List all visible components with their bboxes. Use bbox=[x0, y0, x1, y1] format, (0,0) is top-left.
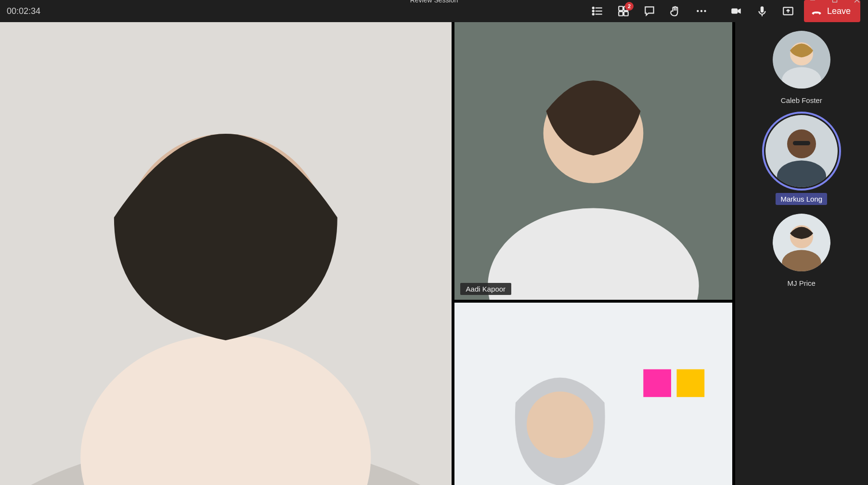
svg-rect-1 bbox=[833, 0, 837, 2]
participants-sidebar: Caleb Foster Markus Long MJ Price bbox=[735, 22, 868, 485]
chat-icon bbox=[643, 5, 656, 17]
svg-point-33 bbox=[527, 392, 593, 458]
participant-video-placeholder bbox=[0, 22, 452, 485]
sidebar-participant[interactable]: MJ Price bbox=[740, 214, 864, 289]
share-screen-button[interactable] bbox=[776, 0, 800, 22]
svg-rect-30 bbox=[676, 369, 704, 397]
share-icon bbox=[782, 5, 794, 17]
window-title: Review Session bbox=[410, 0, 458, 4]
raise-hand-button[interactable] bbox=[663, 0, 687, 22]
svg-point-4 bbox=[593, 7, 594, 9]
video-stage: Mikaela Lee Aadi Kapoor Hafsa H bbox=[0, 22, 868, 485]
leave-label: Leave bbox=[827, 6, 851, 16]
avatar bbox=[773, 214, 830, 271]
roster-button[interactable] bbox=[585, 0, 609, 22]
svg-rect-29 bbox=[643, 369, 671, 397]
sidebar-participant-name: Markus Long bbox=[776, 193, 827, 205]
hand-icon bbox=[669, 5, 682, 17]
avatar bbox=[765, 115, 838, 187]
call-timer: 00:02:34 bbox=[7, 6, 40, 16]
svg-rect-40 bbox=[793, 141, 810, 145]
participant-video-placeholder bbox=[454, 22, 732, 300]
svg-point-16 bbox=[704, 10, 706, 12]
camera-button[interactable] bbox=[724, 0, 748, 22]
video-tile-1[interactable]: Aadi Kapoor bbox=[454, 22, 732, 300]
svg-rect-12 bbox=[619, 12, 623, 16]
svg-rect-10 bbox=[619, 6, 623, 11]
sidebar-participant-name: Caleb Foster bbox=[776, 94, 827, 106]
minimize-icon bbox=[810, 0, 816, 3]
main-video-tile[interactable]: Mikaela Lee bbox=[0, 22, 452, 485]
list-icon bbox=[591, 5, 604, 17]
sidebar-participant[interactable]: Caleb Foster bbox=[740, 31, 864, 106]
maximize-icon bbox=[832, 0, 838, 3]
microphone-icon bbox=[756, 5, 768, 17]
video-tile-2[interactable]: Hafsa Hayek bbox=[454, 303, 732, 485]
chat-button[interactable] bbox=[637, 0, 661, 22]
svg-point-14 bbox=[697, 10, 699, 12]
camera-icon bbox=[730, 5, 742, 17]
more-actions-button[interactable] bbox=[689, 0, 713, 22]
hangup-icon bbox=[811, 5, 822, 17]
svg-rect-13 bbox=[624, 12, 628, 16]
microphone-button[interactable] bbox=[750, 0, 774, 22]
close-icon bbox=[854, 0, 860, 3]
svg-rect-17 bbox=[731, 9, 738, 14]
leave-button[interactable]: Leave bbox=[804, 0, 860, 22]
avatar bbox=[773, 31, 830, 89]
svg-point-6 bbox=[593, 10, 594, 12]
people-button[interactable]: 2 bbox=[611, 0, 635, 22]
participant-name-label: Aadi Kapoor bbox=[460, 283, 512, 295]
sidebar-participant-name: MJ Price bbox=[783, 277, 820, 289]
participant-video-placeholder bbox=[454, 303, 732, 485]
svg-point-8 bbox=[593, 13, 594, 15]
ellipsis-icon bbox=[695, 5, 708, 17]
svg-point-15 bbox=[700, 10, 702, 12]
sidebar-participant-speaking[interactable]: Markus Long bbox=[740, 115, 864, 205]
people-badge: 2 bbox=[625, 2, 634, 11]
svg-rect-18 bbox=[761, 6, 764, 13]
